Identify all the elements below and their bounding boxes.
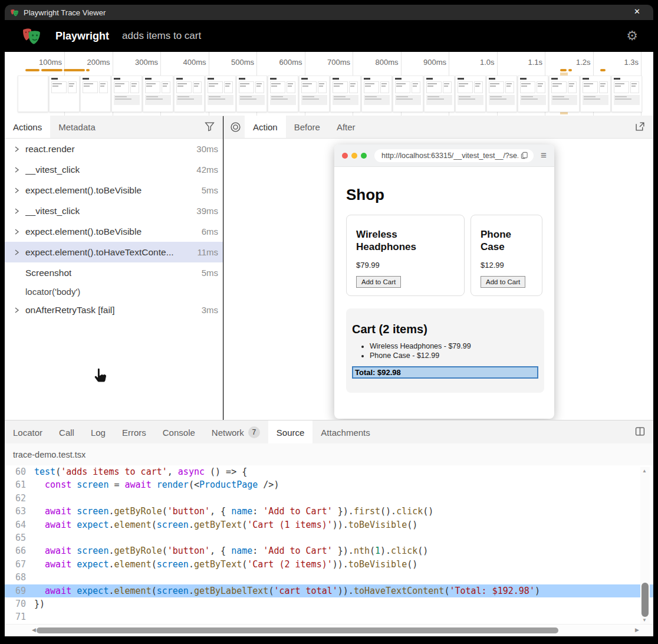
timeline-screenshot-thumbnail[interactable] <box>111 75 142 112</box>
thumb-products <box>145 81 171 93</box>
source-line[interactable]: 66 await screen.getByRole('button', { na… <box>5 544 653 557</box>
target-icon[interactable] <box>230 121 241 133</box>
source-line[interactable]: 60test('adds items to cart', async () =>… <box>5 465 653 478</box>
source-line[interactable]: 65 <box>5 531 653 544</box>
timeline-screenshot-thumbnail[interactable] <box>80 75 111 112</box>
timeline-screenshot-thumbnail[interactable] <box>18 75 48 112</box>
open-snapshot-external-icon[interactable] <box>635 121 645 132</box>
tab-actions[interactable]: Actions <box>5 116 50 138</box>
action-row[interactable]: onAfterRetryTask [fail]3ms <box>5 300 223 320</box>
add-to-cart-button[interactable]: Add to Cart <box>356 276 401 288</box>
split-view-icon[interactable] <box>635 426 645 436</box>
timeline-screenshot-thumbnail[interactable] <box>518 75 548 112</box>
timeline-screenshot-thumbnail[interactable] <box>549 75 580 112</box>
tab-network[interactable]: Network7 <box>203 420 268 444</box>
tab-after[interactable]: After <box>328 116 364 138</box>
action-row[interactable]: Screenshot5ms <box>5 262 223 283</box>
browser-menu-icon[interactable]: ≡ <box>541 150 547 162</box>
thumb-products <box>614 81 640 93</box>
timeline-screenshot-thumbnail[interactable] <box>49 75 80 112</box>
thumb-line <box>584 83 593 84</box>
scroll-left-arrow-icon[interactable]: ◀ <box>32 627 36 633</box>
add-to-cart-button[interactable]: Add to Cart <box>481 276 525 288</box>
thumb-line <box>52 83 62 84</box>
action-row[interactable]: expect.element().toHaveTextConte...11ms <box>5 242 223 262</box>
scroll-down-arrow-icon[interactable]: ▼ <box>642 617 647 623</box>
action-row[interactable]: __vitest_click39ms <box>5 201 223 221</box>
scroll-right-arrow-icon[interactable]: ▶ <box>635 627 639 633</box>
code-text: await screen.getByRole('button', { name:… <box>34 544 428 557</box>
product-name: Phone Case <box>481 228 532 253</box>
source-line[interactable]: 71 <box>5 610 653 623</box>
timeline-screenshot-thumbnail[interactable] <box>611 75 642 112</box>
source-line[interactable]: 68 <box>5 571 653 584</box>
source-line[interactable]: 70}) <box>5 597 653 610</box>
timeline-filmstrip[interactable] <box>18 75 642 112</box>
vertical-scrollbar[interactable]: ▲ ▼ <box>640 467 650 624</box>
timeline-screenshot-thumbnail[interactable] <box>174 75 205 112</box>
action-name: expect.element().toBeVisible <box>25 226 142 237</box>
source-line[interactable]: 64 await expect.element(screen.getByText… <box>5 518 653 531</box>
timeline-screenshot-thumbnail[interactable] <box>455 75 486 112</box>
timeline-screenshot-thumbnail[interactable] <box>205 75 236 112</box>
timeline[interactable]: 100ms200ms300ms400ms500ms600ms700ms800ms… <box>5 52 653 116</box>
shop-heading: Shop <box>346 186 542 204</box>
tab-before[interactable]: Before <box>286 116 328 138</box>
timeline-screenshot-thumbnail[interactable] <box>236 75 267 112</box>
tab-attachments[interactable]: Attachments <box>312 420 378 444</box>
timeline-screenshot-thumbnail[interactable] <box>580 75 611 112</box>
source-line[interactable]: 62 <box>5 492 653 505</box>
timeline-screenshot-thumbnail[interactable] <box>268 75 298 112</box>
code-token: )). <box>333 520 348 530</box>
thumb-line <box>350 86 354 87</box>
tab-errors[interactable]: Errors <box>114 420 154 444</box>
thumb-line <box>84 86 90 87</box>
thumb-line <box>584 86 590 87</box>
thumb-line <box>100 83 106 84</box>
timeline-screenshot-thumbnail[interactable] <box>299 75 330 112</box>
source-line[interactable]: 61 const screen = await render(<ProductP… <box>5 478 653 491</box>
action-row[interactable]: expect.element().toBeVisible5ms <box>5 180 223 201</box>
source-line[interactable]: 67 await expect.element(screen.getByText… <box>5 558 653 571</box>
action-row[interactable]: react.render30ms <box>5 139 223 159</box>
tab-log[interactable]: Log <box>83 420 114 444</box>
timeline-screenshot-thumbnail[interactable] <box>361 75 392 112</box>
source-code-view[interactable]: 60test('adds items to cart', async () =>… <box>5 465 653 624</box>
thumb-line <box>131 86 136 87</box>
thumb-line <box>271 98 288 100</box>
thumb-line <box>552 83 562 84</box>
source-line[interactable]: 63 await screen.getByRole('button', { na… <box>5 505 653 518</box>
tab-source[interactable]: Source <box>268 420 313 444</box>
action-row[interactable]: __vitest_click42ms <box>5 159 223 180</box>
thumb-cart-box <box>301 95 327 105</box>
action-row[interactable]: expect.element().toBeVisible6ms <box>5 221 223 242</box>
copy-url-icon[interactable] <box>521 152 528 159</box>
tab-action[interactable]: Action <box>245 116 286 138</box>
vertical-scroll-thumb[interactable] <box>641 583 649 617</box>
horizontal-scrollbar[interactable]: ◀ ▶ <box>5 624 653 636</box>
address-bar[interactable]: http://localhost:63315/__vitest_test__/?… <box>374 149 534 162</box>
timeline-screenshot-thumbnail[interactable] <box>330 75 361 112</box>
code-token: () <box>417 546 428 556</box>
thumb-shop-title <box>364 78 370 80</box>
thumb-line <box>177 98 194 100</box>
timeline-screenshot-thumbnail[interactable] <box>143 75 173 112</box>
tab-call[interactable]: Call <box>51 420 83 444</box>
timeline-tick-label: 1.2s <box>550 58 591 67</box>
thumb-line <box>427 96 439 97</box>
source-line[interactable]: 69 await expect.element(screen.getByLabe… <box>5 584 653 597</box>
tab-metadata[interactable]: Metadata <box>50 116 104 138</box>
horizontal-scroll-thumb[interactable] <box>37 627 558 633</box>
tab-console[interactable]: Console <box>154 420 203 444</box>
tab-locator[interactable]: Locator <box>5 420 51 444</box>
thumb-cart-box <box>114 95 140 105</box>
filter-icon[interactable] <box>205 121 215 132</box>
timeline-screenshot-thumbnail[interactable] <box>393 75 423 112</box>
code-token: () <box>423 506 433 517</box>
settings-gear-icon[interactable]: ⚙ <box>626 28 638 44</box>
window-close-button[interactable]: ✕ <box>634 7 640 16</box>
thumb-products <box>583 81 608 93</box>
scroll-up-arrow-icon[interactable]: ▲ <box>642 468 647 474</box>
timeline-screenshot-thumbnail[interactable] <box>486 75 517 112</box>
timeline-screenshot-thumbnail[interactable] <box>424 75 455 112</box>
